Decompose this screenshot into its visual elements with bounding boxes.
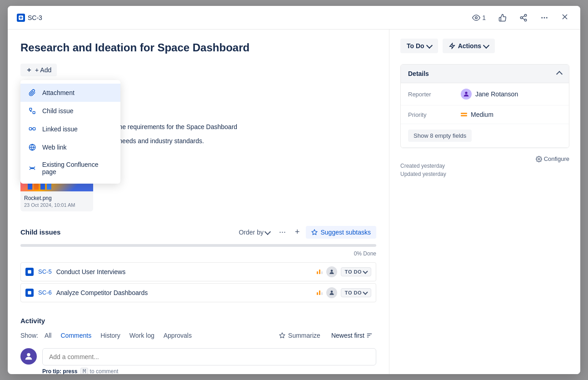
details-collapse-icon [556, 71, 563, 77]
add-menu-container: + Add Attachment [20, 64, 57, 76]
menu-item-confluence-label: Existing Confluence page [42, 161, 113, 175]
action-bar: To Do Actions [400, 39, 569, 53]
filter-all-button[interactable]: All [42, 331, 55, 340]
todo-label: To Do [407, 42, 424, 50]
details-title: Details [408, 70, 429, 77]
menu-item-web-link[interactable]: Web link [20, 138, 120, 156]
svg-point-8 [544, 17, 545, 18]
priority-label: Priority [408, 111, 453, 118]
child-issue-status-label-1: TO DO [345, 290, 362, 295]
main-content: Research and Ideation for Space Dashboar… [8, 30, 580, 374]
svg-rect-23 [28, 291, 31, 295]
activity-section: Activity Show: All Comments History Work… [20, 317, 376, 374]
configure-button[interactable]: Configure [536, 155, 569, 162]
child-issue-id-0[interactable]: SC-5 [38, 268, 52, 275]
close-button[interactable] [558, 10, 571, 25]
filter-approvals-button[interactable]: Approvals [161, 331, 194, 340]
menu-item-child-issue[interactable]: Child issue [20, 102, 120, 120]
child-issues-actions: Order by ··· + Suggest subtasks [236, 226, 376, 239]
svg-point-31 [465, 92, 467, 94]
medium-priority-icon [461, 113, 467, 116]
child-issues-more-button[interactable]: ··· [276, 226, 289, 238]
priority-row: Priority Medium [401, 105, 569, 124]
child-issue-status-0[interactable]: TO DO [341, 267, 371, 276]
like-button[interactable] [496, 12, 509, 24]
activity-controls: Show: All Comments History Work log Appr… [20, 330, 376, 341]
svg-marker-20 [312, 230, 318, 235]
details-section: Details Reporter [400, 64, 569, 148]
left-panel: Research and Ideation for Space Dashboar… [8, 30, 389, 374]
reporter-avatar [461, 89, 472, 100]
child-issues-section: Child issues Order by ··· + [20, 226, 376, 302]
todo-button[interactable]: To Do [400, 39, 438, 53]
summarize-button[interactable]: Summarize [275, 330, 324, 341]
confluence-icon [28, 164, 37, 173]
svg-point-3 [520, 16, 523, 19]
updated-label: Updated yesterday [400, 171, 446, 177]
attachment-info: Rocket.png 23 Oct 2024, 10:01 AM [20, 191, 93, 211]
show-empty-label: Show 8 empty fields [414, 132, 466, 139]
add-button-label: + Add [35, 66, 51, 74]
reporter-value: Jane Rotanson [461, 89, 518, 100]
order-by-button[interactable]: Order by [236, 227, 272, 238]
menu-item-attachment[interactable]: Attachment [20, 84, 120, 102]
svg-line-5 [522, 18, 524, 20]
svg-point-4 [524, 19, 527, 21]
sort-label: Newest first [331, 332, 364, 339]
svg-point-7 [541, 17, 543, 18]
svg-point-2 [524, 14, 527, 16]
status-chevron-1 [363, 290, 368, 295]
sort-button[interactable]: Newest first [328, 330, 376, 341]
activity-right-controls: Summarize Newest first [275, 330, 376, 341]
created-label: Created yesterday [400, 163, 446, 169]
actions-chevron-icon [483, 42, 489, 49]
comment-input[interactable] [42, 348, 376, 365]
child-issue-id-1[interactable]: SC-6 [38, 289, 52, 296]
priority-icon-0 [317, 270, 323, 274]
child-issue-status-1[interactable]: TO DO [341, 288, 371, 297]
show-empty-fields-button[interactable]: Show 8 empty fields [408, 130, 472, 142]
issue-modal: SC-3 1 [8, 6, 580, 374]
meta-info: Created yesterday Updated yesterday [400, 163, 446, 177]
pro-tip-action: to comment [90, 368, 119, 374]
reporter-name: Jane Rotanson [475, 90, 518, 98]
svg-point-29 [27, 353, 30, 356]
menu-item-linked-issue[interactable]: Linked issue [20, 120, 120, 138]
menu-item-web-link-label: Web link [42, 144, 66, 151]
show-label: Show: [20, 332, 38, 339]
filter-worklog-button[interactable]: Work log [127, 331, 157, 340]
child-issues-header: Child issues Order by ··· + [20, 226, 376, 239]
more-options-button[interactable] [538, 12, 551, 24]
child-issue-row-1[interactable]: SC-6 Analyze Competitor Dashboards [20, 283, 376, 302]
svg-line-6 [522, 15, 524, 17]
activity-header: Activity [20, 317, 376, 325]
child-issue-type-icon-1 [25, 289, 34, 297]
right-panel: To Do Actions Details [389, 30, 580, 374]
priority-text: Medium [471, 111, 493, 118]
chevron-down-icon [264, 229, 271, 235]
suggest-subtasks-button[interactable]: Suggest subtasks [306, 226, 376, 239]
issue-title: Research and Ideation for Space Dashboar… [20, 40, 376, 55]
svg-marker-30 [449, 43, 454, 49]
paperclip-icon [28, 88, 37, 97]
svg-rect-14 [30, 108, 32, 110]
share-button[interactable] [517, 12, 530, 24]
svg-rect-17 [33, 128, 35, 130]
pro-tip-text: Pro tip: press [42, 368, 77, 374]
actions-button[interactable]: Actions [443, 39, 495, 53]
globe-icon [28, 143, 37, 152]
svg-rect-15 [33, 112, 35, 114]
watch-count: 1 [482, 14, 486, 21]
filter-history-button[interactable]: History [98, 331, 123, 340]
watch-button[interactable]: 1 [469, 12, 488, 24]
filter-comments-button[interactable]: Comments [58, 331, 94, 340]
add-button[interactable]: + Add [20, 64, 57, 76]
show-empty-row: Show 8 empty fields [401, 124, 569, 148]
child-issues-add-button[interactable]: + [292, 226, 303, 238]
details-header[interactable]: Details [401, 65, 569, 83]
menu-item-confluence[interactable]: Existing Confluence page [20, 156, 120, 180]
svg-point-24 [331, 290, 333, 293]
issue-type-icon [17, 14, 25, 22]
add-dropdown-menu: Attachment Child issue [20, 80, 120, 184]
child-issue-row[interactable]: SC-5 Conduct User Interviews [20, 262, 376, 281]
